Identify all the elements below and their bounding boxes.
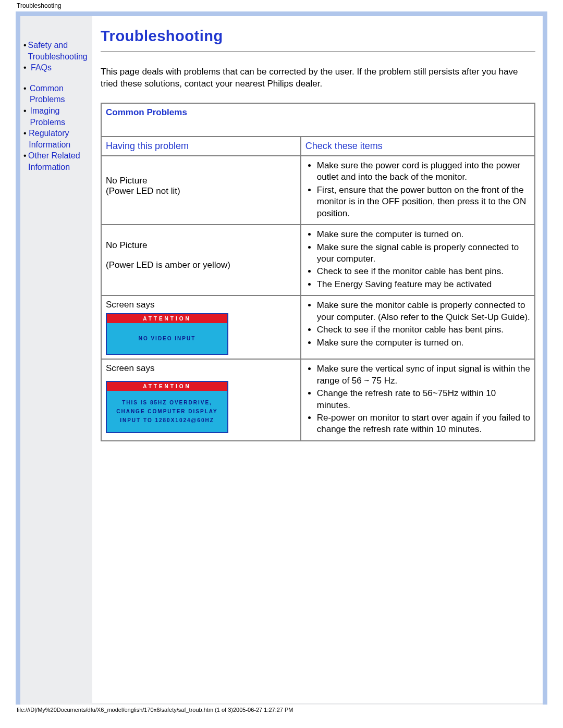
osd-body-text: THIS IS 85HZ OVERDRIVE, CHANGE COMPUTER …	[107, 391, 227, 432]
osd-body-text: NO VIDEO INPUT	[107, 323, 227, 354]
sidebar-item-safety-troubleshooting[interactable]: Safety and Troubleshooting	[28, 40, 90, 62]
list-item: Re-power on monitor to start over again …	[317, 412, 530, 436]
list-item: Make sure the computer is turned on.	[317, 337, 530, 349]
table-row: No Picture (Power LED is amber or yellow…	[101, 225, 535, 295]
sidebar-item-regulatory-information[interactable]: Regulatory Information	[29, 128, 90, 150]
sidebar-item-common-problems[interactable]: Common Problems	[30, 83, 90, 105]
bullet-icon: •	[23, 40, 28, 62]
sidebar-item-imaging-problems[interactable]: Imaging Problems	[30, 105, 90, 128]
problem-text: No Picture	[106, 176, 296, 186]
window-title: Troubleshooting	[0, 0, 563, 11]
bullet-icon: •	[23, 128, 29, 150]
bullet-icon: •	[23, 62, 31, 73]
check-list: Make sure the power cord is plugged into…	[317, 160, 530, 219]
bullet-icon: •	[23, 150, 28, 172]
list-item: The Energy Saving feature may be activat…	[317, 279, 530, 290]
col-head-check: Check these items	[305, 141, 383, 151]
list-item: Make sure the power cord is plugged into…	[317, 160, 530, 183]
bullet-icon: •	[23, 105, 30, 128]
sidebar-item-other-related-information[interactable]: Other Related Information	[28, 150, 90, 172]
osd-overdrive: ATTENTION THIS IS 85HZ OVERDRIVE, CHANGE…	[106, 381, 228, 433]
footer-path: file:///D|/My%20Documents/dfu/X6_model/e…	[0, 705, 563, 716]
problem-subtext: (Power LED is amber or yellow)	[106, 260, 296, 270]
list-item: Check to see if the monitor cable has be…	[317, 266, 530, 277]
list-item: Check to see if the monitor cable has be…	[317, 324, 530, 336]
problem-subtext: (Power LED not lit)	[106, 186, 296, 196]
sidebar-item-faqs[interactable]: FAQs	[31, 62, 52, 73]
list-item: Make sure the signal cable is properly c…	[317, 242, 530, 265]
list-item: Make sure the computer is turned on.	[317, 229, 530, 240]
intro-text: This page deals with problems that can b…	[101, 66, 535, 90]
bullet-icon: •	[23, 83, 30, 105]
problem-text: Screen says	[106, 300, 296, 310]
troubleshooting-table: Common Problems Having this problem Chec…	[101, 103, 535, 441]
problem-text: Screen says	[106, 363, 296, 374]
divider	[101, 51, 535, 52]
table-row: Screen says ATTENTION NO VIDEO INPUT Mak…	[101, 295, 535, 359]
content-area: Troubleshooting This page deals with pro…	[92, 16, 543, 703]
list-item: Make sure the vertical sync of input sig…	[317, 363, 530, 387]
col-head-problem: Having this problem	[106, 141, 189, 151]
check-list: Make sure the vertical sync of input sig…	[317, 363, 530, 436]
osd-no-video-input: ATTENTION NO VIDEO INPUT	[106, 313, 228, 355]
list-item: Make sure the monitor cable is properly …	[317, 300, 530, 323]
table-row: No Picture (Power LED not lit) Make sure…	[101, 156, 535, 225]
osd-attention-label: ATTENTION	[107, 314, 227, 323]
problem-text: No Picture	[106, 240, 296, 251]
check-list: Make sure the computer is turned on. Mak…	[317, 229, 530, 290]
sidebar: • Safety and Troubleshooting • FAQs • Co…	[20, 16, 92, 173]
page-title: Troubleshooting	[101, 28, 535, 45]
section-title: Common Problems	[106, 107, 187, 117]
page-frame: • Safety and Troubleshooting • FAQs • Co…	[16, 11, 547, 705]
check-list: Make sure the monitor cable is properly …	[317, 300, 530, 349]
list-item: First, ensure that the power button on t…	[317, 184, 530, 219]
osd-attention-label: ATTENTION	[107, 382, 227, 391]
list-item: Change the refresh rate to 56~75Hz withi…	[317, 388, 530, 411]
table-row: Screen says ATTENTION THIS IS 85HZ OVERD…	[101, 359, 535, 441]
